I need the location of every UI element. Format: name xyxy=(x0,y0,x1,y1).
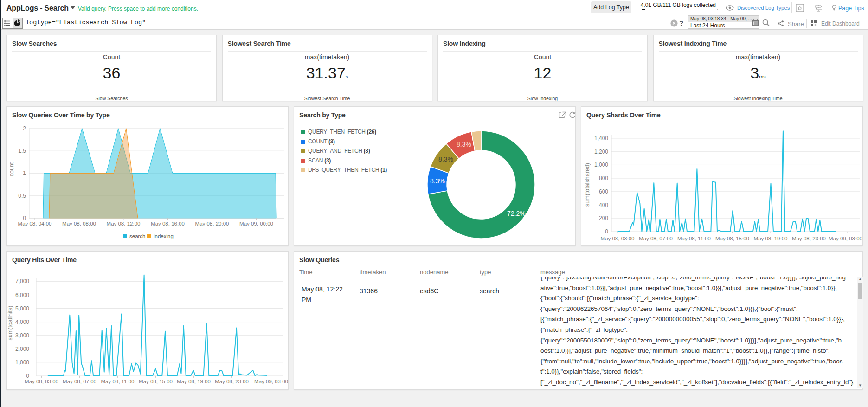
svg-text:May 08, 03:00: May 08, 03:00 xyxy=(601,236,635,241)
svg-text:72.2%: 72.2% xyxy=(507,210,526,217)
svg-text:400: 400 xyxy=(599,202,608,208)
svg-text:May 08, 20:00: May 08, 20:00 xyxy=(195,221,229,226)
svg-text:May 08, 07:00: May 08, 07:00 xyxy=(63,379,96,384)
svg-text:May 08, 11:00: May 08, 11:00 xyxy=(677,236,711,241)
svg-text:1,000: 1,000 xyxy=(15,359,29,366)
svg-text:May 08, 07:00: May 08, 07:00 xyxy=(639,236,673,241)
svg-text:0: 0 xyxy=(23,215,26,221)
svg-text:May 08, 19:00: May 08, 19:00 xyxy=(754,236,788,241)
svg-text:May 08, 23:00: May 08, 23:00 xyxy=(215,379,249,384)
svg-text:May 08, 03:00: May 08, 03:00 xyxy=(25,379,58,384)
svg-text:1,200: 1,200 xyxy=(594,149,608,155)
svg-text:May 08, 23:00: May 08, 23:00 xyxy=(792,236,826,241)
svg-text:May 08, 11:00: May 08, 11:00 xyxy=(101,379,134,384)
svg-text:1.5: 1.5 xyxy=(18,148,26,154)
svg-text:2: 2 xyxy=(23,125,26,132)
svg-text:5,000: 5,000 xyxy=(15,305,29,312)
svg-text:May 09, 03:00: May 09, 03:00 xyxy=(254,379,288,384)
svg-text:3,000: 3,000 xyxy=(15,332,29,339)
svg-text:4,000: 4,000 xyxy=(15,319,29,325)
svg-text:May 08, 08:00: May 08, 08:00 xyxy=(62,221,96,226)
svg-text:May 09, 03:00: May 09, 03:00 xyxy=(829,236,862,241)
svg-text:May 08, 16:00: May 08, 16:00 xyxy=(151,221,185,226)
svg-text:6,000: 6,000 xyxy=(15,292,29,298)
svg-text:8.3%: 8.3% xyxy=(430,177,445,185)
svg-text:0.5: 0.5 xyxy=(18,193,26,199)
svg-text:sum(toatlhits): sum(toatlhits) xyxy=(7,305,13,340)
svg-text:May 08, 19:00: May 08, 19:00 xyxy=(177,379,211,384)
svg-text:May 08, 15:00: May 08, 15:00 xyxy=(715,236,749,241)
svg-text:1: 1 xyxy=(23,170,26,176)
svg-text:800: 800 xyxy=(599,175,608,181)
svg-text:1,000: 1,000 xyxy=(594,162,608,168)
svg-text:sum(totalshared): sum(totalshared) xyxy=(584,163,591,207)
svg-text:8.3%: 8.3% xyxy=(438,155,453,163)
svg-text:May 09, 00:00: May 09, 00:00 xyxy=(239,221,273,226)
svg-text:May 08, 04:00: May 08, 04:00 xyxy=(18,221,52,226)
svg-text:200: 200 xyxy=(599,215,608,221)
svg-text:indexing: indexing xyxy=(154,233,174,239)
svg-text:0: 0 xyxy=(605,228,608,235)
svg-text:May 08, 12:00: May 08, 12:00 xyxy=(107,221,141,226)
svg-text:count: count xyxy=(8,162,15,176)
svg-text:7,000: 7,000 xyxy=(15,278,29,284)
svg-text:search: search xyxy=(129,233,146,239)
svg-text:600: 600 xyxy=(599,188,608,195)
svg-text:2,000: 2,000 xyxy=(15,346,29,352)
svg-text:May 08, 15:00: May 08, 15:00 xyxy=(139,379,173,384)
svg-text:8.3%: 8.3% xyxy=(457,141,471,148)
svg-text:1,400: 1,400 xyxy=(594,135,608,142)
svg-text:0: 0 xyxy=(26,373,29,379)
